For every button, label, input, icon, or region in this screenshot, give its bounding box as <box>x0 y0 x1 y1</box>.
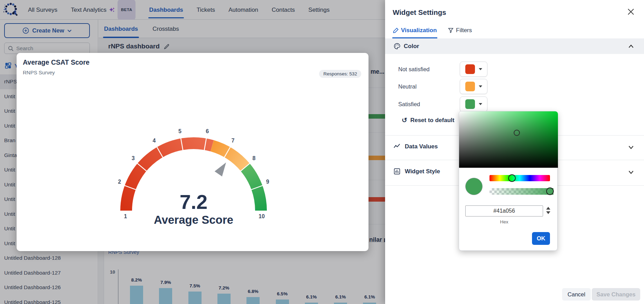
reset-to-default-button[interactable]: ↺ Reset to default <box>402 116 454 124</box>
app-window: All Surveys Text Analytics BETA Dashboar… <box>0 0 644 304</box>
svg-text:7: 7 <box>232 138 235 144</box>
save-changes-button[interactable]: Save Changes <box>592 288 640 301</box>
panel-title: Widget Settings <box>393 8 446 17</box>
svg-text:8: 8 <box>252 155 255 161</box>
gauge-needle <box>215 160 230 176</box>
hex-input[interactable] <box>465 205 543 217</box>
swatch-color-not-satisfied <box>465 64 475 74</box>
caret-down-icon <box>479 68 482 70</box>
color-row-label: Satisfied <box>398 101 420 108</box>
svg-text:1: 1 <box>124 213 127 219</box>
cancel-button[interactable]: Cancel <box>562 288 591 301</box>
swatch-color-neutral <box>465 82 475 91</box>
color-swatch-not-satisfied[interactable] <box>460 62 487 77</box>
stepper-down-icon[interactable] <box>546 211 550 214</box>
gauge-value: 7.2 <box>180 191 208 213</box>
svg-text:4: 4 <box>153 138 156 144</box>
chevron-up-icon[interactable] <box>628 45 634 48</box>
chevron-down-icon[interactable] <box>628 146 634 149</box>
line-chart-icon <box>393 143 401 150</box>
bar-chart-icon <box>393 168 401 175</box>
svg-text:10: 10 <box>259 213 265 219</box>
svg-text:9: 9 <box>266 179 269 185</box>
palette-icon <box>393 43 401 50</box>
color-row-label: Not satisfied <box>398 66 430 73</box>
tab-visualization[interactable]: Visualization <box>393 24 437 37</box>
ok-button[interactable]: OK <box>532 232 550 245</box>
color-picker-popup: Hex OK <box>459 111 558 251</box>
responses-badge: Responses: 532 <box>319 70 361 78</box>
hex-stepper[interactable] <box>546 207 550 214</box>
alpha-slider[interactable] <box>489 188 553 195</box>
data-values-section[interactable]: Data Values <box>393 143 438 150</box>
gauge-chart: 1 2 3 4 5 6 7 8 9 10 7.2 Average Score <box>97 107 290 226</box>
reset-icon: ↺ <box>402 116 407 124</box>
gauge-center-label: Average Score <box>154 213 233 226</box>
tab-filters[interactable]: Filters <box>448 24 472 37</box>
widget-subtitle: RNPS Survey <box>23 70 55 75</box>
caret-down-icon <box>479 85 482 87</box>
svg-text:2: 2 <box>118 179 121 185</box>
svg-text:3: 3 <box>132 155 135 161</box>
alpha-gradient <box>489 188 553 195</box>
widget-preview-card: Average CSAT Score RNPS Survey Responses… <box>17 53 368 251</box>
filter-funnel-icon <box>448 28 454 33</box>
saturation-handle[interactable] <box>514 130 520 136</box>
caret-down-icon <box>479 103 482 105</box>
widget-style-section[interactable]: Widget Style <box>393 168 440 175</box>
saturation-square[interactable] <box>459 111 558 168</box>
widget-title: Average CSAT Score <box>23 58 90 66</box>
close-icon[interactable] <box>627 8 635 16</box>
paintbrush-icon <box>393 28 399 34</box>
hue-slider[interactable] <box>489 175 550 181</box>
svg-text:6: 6 <box>206 128 209 134</box>
color-swatch-neutral[interactable] <box>460 79 487 94</box>
svg-text:5: 5 <box>178 128 181 134</box>
color-row-label: Neutral <box>398 83 417 90</box>
hex-field-label: Hex <box>465 219 543 224</box>
color-swatch-satisfied[interactable] <box>460 96 487 112</box>
color-section-header[interactable]: Color <box>385 38 644 54</box>
stepper-up-icon[interactable] <box>546 207 550 210</box>
alpha-slider-handle[interactable] <box>546 187 554 195</box>
color-preview-circle <box>465 178 483 195</box>
hue-slider-handle[interactable] <box>508 174 516 182</box>
swatch-color-satisfied <box>465 99 475 109</box>
chevron-down-icon[interactable] <box>628 171 634 174</box>
